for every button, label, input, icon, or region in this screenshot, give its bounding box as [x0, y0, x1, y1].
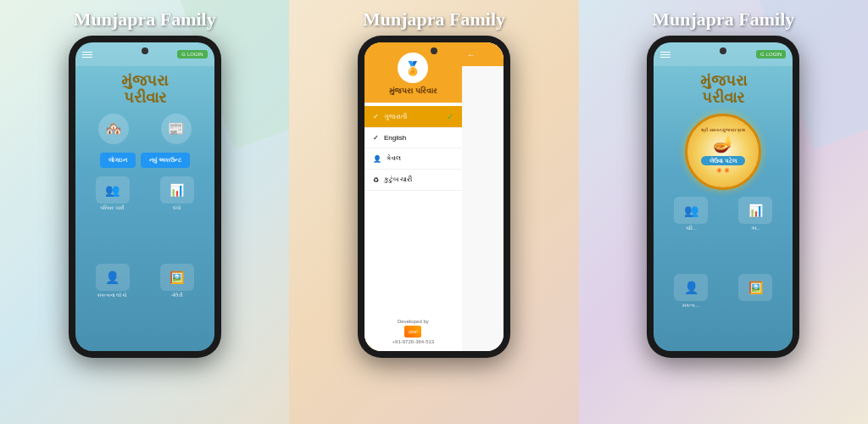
- family-label: પરિવાર ચારી: [100, 205, 125, 211]
- gallery-label: ગેલેરી: [171, 293, 183, 298]
- festival-badge-container: શ્રી સમસ્ત મુંજપરા પ્રથ 🪔 લેઉવા પટેલ ✳ ✳: [654, 110, 793, 193]
- menu-item-business-3[interactable]: 📊 અ...: [725, 197, 786, 271]
- drawer-menu-items: ✓ ગુજરાતી ✓ ✓ English 👤 કેવલ: [364, 103, 462, 312]
- menu-item-gallery-3[interactable]: 🖼️: [725, 274, 786, 348]
- drawer-panel: 🏅 મુંજપરા પરિવાર ✓ ગુજરાતી ✓ ✓ English: [364, 42, 462, 351]
- business-label: ધંઘો: [173, 205, 181, 211]
- app-title-gujarati: મુંજપરા પરીવાર: [75, 66, 214, 110]
- panel-1-title: Munjapra Family: [74, 8, 216, 31]
- app-title-gujarati-3: મુંજપરા પરીવાર: [654, 66, 793, 110]
- pen-icon: ✓: [373, 134, 379, 142]
- screen3-header: G LOGIN: [654, 42, 793, 66]
- people-icon: 👤: [96, 264, 130, 291]
- family-label-3: પરિ...: [686, 226, 697, 232]
- hamburger-icon[interactable]: [82, 52, 92, 58]
- menu-item-family[interactable]: 👥 પરિવાર ચારી: [82, 176, 143, 260]
- menu-grid: 👥 પરિવાર ચારી 📊 ધંઘો 👤 મક્ત્વના લોકો 🖼️ …: [75, 173, 214, 351]
- badge-content: શ્રી સમસ્ત મુંજપરા પ્રથ 🪔 લેઉવા પટેલ ✳ ✳: [701, 127, 745, 176]
- screen-festival: G LOGIN મુંજપરા પરીવાર શ્રી સમસ્ત મુંજપર…: [654, 42, 793, 351]
- developed-by-label: Developed by: [371, 319, 455, 324]
- phone-screen-2: 🏅 મુંજપરા પરિવાર ✓ ગુજરાતી ✓ ✓ English: [364, 42, 504, 351]
- screen1-header: G LOGIN: [75, 42, 214, 66]
- people-label: મક્ત્વના લોકો: [97, 293, 127, 298]
- menu-item-people[interactable]: 👤 મક્ત્વના લોકો: [82, 264, 143, 348]
- active-check-icon: ✓: [447, 112, 453, 121]
- panel-3: Munjapra Family G LOGIN મુંજપરા પરીવાર: [579, 0, 868, 424]
- check-icon-1: ✓: [373, 113, 379, 120]
- phone-screen-3: G LOGIN મુંજપરા પરીવાર શ્રી સમસ્ત મુંજપર…: [654, 42, 793, 351]
- drawer-header: 🏅 મુંજપરા પરિવાર: [364, 42, 462, 103]
- phone-number: +91-9726-364-513: [371, 339, 455, 344]
- phone-screen-1: G LOGIN મુંજપરા પરીવાર 🏘️ 📰 લોગઇન: [75, 42, 214, 351]
- menu-item-gallery[interactable]: 🖼️ ગેલેરી: [147, 264, 208, 348]
- people-icon-3: 👤: [674, 274, 708, 301]
- drawer-item-keval[interactable]: 👤 કેવલ: [364, 148, 462, 170]
- gallery-icon: 🖼️: [160, 264, 194, 291]
- business-icon: 📊: [160, 176, 194, 204]
- menu-item-business[interactable]: 📊 ધંઘો: [147, 176, 208, 260]
- drawer-item-english[interactable]: ✓ English: [364, 128, 462, 148]
- right-panel: ←: [462, 42, 504, 351]
- phone-frame-2: 🏅 મુંજપરા પરિવાર ✓ ગુજરાતી ✓ ✓ English: [358, 36, 510, 358]
- login-button-3[interactable]: G LOGIN: [756, 50, 786, 59]
- festival-badge: શ્રી સમસ્ત મુંજપરા પ્રથ 🪔 લેઉવા પટેલ ✳ ✳: [685, 114, 761, 190]
- people-label-3: મક્ત્વ...: [682, 303, 699, 309]
- business-icon-3: 📊: [738, 197, 772, 224]
- patel-banner: લેઉવા પટેલ: [701, 156, 745, 165]
- panel-2-title: Munjapra Family: [363, 8, 505, 31]
- login-btn[interactable]: લોગઇન: [100, 153, 136, 168]
- diya-icon: 🪔: [701, 132, 745, 154]
- top-icons-row: 🏘️ 📰: [75, 110, 214, 148]
- recycle-icon: ♻: [373, 176, 379, 184]
- menu-item-family-3[interactable]: 👥 પરિ...: [660, 197, 721, 271]
- hamburger-icon-3[interactable]: [660, 52, 670, 58]
- new-account-btn[interactable]: નવું અકાઉન્ટ: [141, 153, 190, 168]
- screen-drawer: 🏅 મુંજપરા પરિવાર ✓ ગુજરાતી ✓ ✓ English: [364, 42, 504, 351]
- drawer-item-gujarati[interactable]: ✓ ગુજરાતી ✓: [364, 106, 462, 128]
- phone-frame-1: G LOGIN મુંજપરા પરીવાર 🏘️ 📰 લોગઇન: [69, 36, 221, 358]
- panel-1: Munjapra Family G LOGIN મુંજપરા પરીવાર: [0, 0, 289, 424]
- login-icon: G: [181, 52, 186, 57]
- panel-3-title: Munjapra Family: [652, 8, 794, 31]
- login-icon-3: G: [760, 52, 765, 57]
- menu-grid-3: 👥 પરિ... 📊 અ... 👤 મક્ત્વ... 🖼️: [654, 193, 793, 351]
- star-decoration: ✳ ✳: [701, 167, 745, 176]
- user-icon: 👤: [373, 155, 381, 163]
- drawer-item-family-chari[interactable]: ♻ કુટુંબ ચારી: [364, 170, 462, 191]
- screen-main: G LOGIN મુંજપરા પરીવાર 🏘️ 📰 લોગઇન: [75, 42, 214, 351]
- phone-frame-3: G LOGIN મુંજપરા પરીવાર શ્રી સમસ્ત મુંજપર…: [647, 36, 799, 358]
- right-header: ←: [462, 42, 504, 66]
- drawer-logo: 🏅: [398, 53, 428, 83]
- drawer-app-name: મુંજપરા પરિવાર: [389, 86, 437, 96]
- pixel-logo: pixel: [404, 326, 421, 338]
- icon-news[interactable]: 📰: [161, 114, 192, 144]
- menu-item-people-3[interactable]: 👤 મક્ત્વ...: [660, 274, 721, 348]
- family-icon-3: 👥: [674, 197, 708, 224]
- login-button[interactable]: G LOGIN: [177, 50, 207, 59]
- drawer-footer: Developed by pixel +91-9726-364-513: [364, 312, 462, 351]
- family-icon: 👥: [96, 176, 130, 204]
- panel-2: Munjapra Family 🏅 મુંજપરા પરિવાર ✓ ગુજરા…: [289, 0, 578, 424]
- business-label-3: અ...: [751, 226, 760, 232]
- icon-village[interactable]: 🏘️: [98, 114, 129, 144]
- gallery-icon-3: 🖼️: [738, 274, 772, 301]
- action-buttons: લોગઇન નવું અકાઉન્ટ: [75, 148, 214, 173]
- back-arrow-icon[interactable]: ←: [467, 50, 476, 59]
